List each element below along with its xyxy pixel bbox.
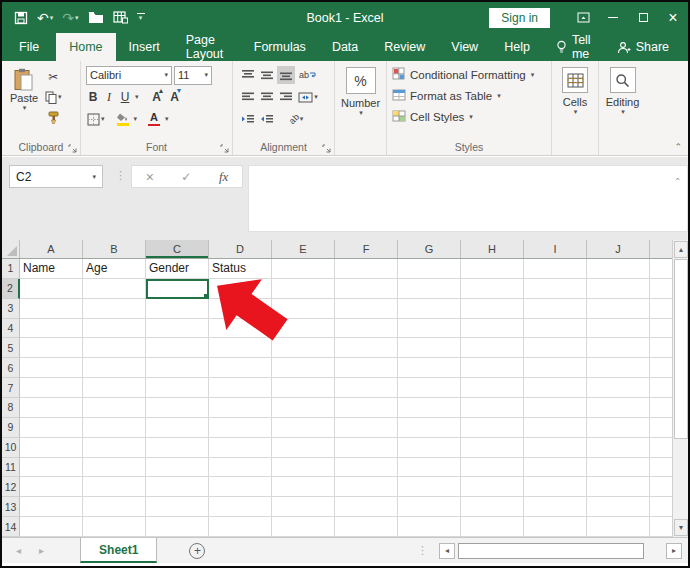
cell-partial-5[interactable] [650, 338, 674, 358]
cell-B11[interactable] [83, 458, 146, 478]
cell-E9[interactable] [272, 418, 335, 438]
tell-me-box[interactable]: Tell me [543, 33, 604, 61]
cell-J9[interactable] [587, 418, 650, 438]
cell-E6[interactable] [272, 358, 335, 378]
cell-I8[interactable] [524, 398, 587, 418]
cell-H11[interactable] [461, 458, 524, 478]
close-button[interactable]: × [658, 2, 688, 33]
cell-G1[interactable] [398, 259, 461, 279]
tab-view[interactable]: View [438, 33, 491, 61]
cell-E8[interactable] [272, 398, 335, 418]
decrease-indent-button[interactable] [239, 110, 257, 128]
cell-D14[interactable] [209, 517, 272, 537]
scroll-up-button[interactable]: ▴ [674, 241, 688, 258]
cell-C12[interactable] [146, 477, 209, 497]
format-painter-button[interactable] [44, 109, 63, 125]
cell-A10[interactable] [20, 438, 83, 458]
cell-I7[interactable] [524, 378, 587, 398]
cell-J2[interactable] [587, 279, 650, 299]
cell-G10[interactable] [398, 438, 461, 458]
cell-G7[interactable] [398, 378, 461, 398]
cell-G4[interactable] [398, 319, 461, 339]
tab-home[interactable]: Home [56, 33, 115, 61]
tab-insert[interactable]: Insert [116, 33, 173, 61]
cell-A4[interactable] [20, 319, 83, 339]
cell-C2[interactable] [146, 279, 209, 299]
cell-G3[interactable] [398, 299, 461, 319]
column-header-partial[interactable] [650, 240, 674, 258]
cell-C11[interactable] [146, 458, 209, 478]
row-header-11[interactable]: 11 [2, 458, 20, 478]
cell-H10[interactable] [461, 438, 524, 458]
cell-H13[interactable] [461, 497, 524, 517]
middle-align-button[interactable] [258, 66, 276, 84]
cell-A9[interactable] [20, 418, 83, 438]
horizontal-scrollbar[interactable]: ◂ ▸ [439, 543, 682, 559]
cell-J10[interactable] [587, 438, 650, 458]
cell-D7[interactable] [209, 378, 272, 398]
insert-function-button[interactable]: fx [219, 169, 228, 185]
open-button[interactable] [88, 11, 104, 24]
cell-D12[interactable] [209, 477, 272, 497]
cell-A2[interactable] [20, 279, 83, 299]
protect-workbook-button[interactable] [113, 11, 128, 24]
cell-J14[interactable] [587, 517, 650, 537]
cell-B3[interactable] [83, 299, 146, 319]
cell-B12[interactable] [83, 477, 146, 497]
cell-partial-11[interactable] [650, 458, 674, 478]
borders-button[interactable]: ▾ [86, 112, 106, 127]
cell-F1[interactable] [335, 259, 398, 279]
tab-page-layout[interactable]: Page Layout [173, 33, 241, 61]
column-header-A[interactable]: A [20, 240, 83, 258]
horizontal-scroll-thumb[interactable] [458, 543, 644, 559]
cell-C7[interactable] [146, 378, 209, 398]
cell-G2[interactable] [398, 279, 461, 299]
cell-G9[interactable] [398, 418, 461, 438]
customize-qat-button[interactable]: ▾ [137, 13, 145, 22]
cell-B6[interactable] [83, 358, 146, 378]
cell-partial-3[interactable] [650, 299, 674, 319]
new-sheet-button[interactable]: + [189, 543, 205, 559]
cell-F9[interactable] [335, 418, 398, 438]
align-right-button[interactable] [277, 88, 295, 106]
sign-in-button[interactable]: Sign in [489, 8, 550, 28]
scroll-right-button[interactable]: ▸ [666, 543, 682, 559]
orientation-button[interactable]: ab▾ [283, 110, 309, 128]
row-header-7[interactable]: 7 [2, 378, 20, 398]
column-header-B[interactable]: B [83, 240, 146, 258]
cell-I13[interactable] [524, 497, 587, 517]
cell-I11[interactable] [524, 458, 587, 478]
cell-H2[interactable] [461, 279, 524, 299]
cell-C1[interactable]: Gender [146, 259, 209, 279]
cell-G8[interactable] [398, 398, 461, 418]
cell-I5[interactable] [524, 338, 587, 358]
sheet-nav-left-button[interactable]: ◂ [16, 545, 21, 556]
column-header-C[interactable]: C [146, 240, 209, 258]
cell-C9[interactable] [146, 418, 209, 438]
cell-G14[interactable] [398, 517, 461, 537]
row-header-4[interactable]: 4 [2, 319, 20, 339]
cell-A6[interactable] [20, 358, 83, 378]
cell-E11[interactable] [272, 458, 335, 478]
cell-B7[interactable] [83, 378, 146, 398]
cell-J8[interactable] [587, 398, 650, 418]
cell-E13[interactable] [272, 497, 335, 517]
paste-button[interactable]: Paste ▾ [4, 64, 44, 140]
cell-D9[interactable] [209, 418, 272, 438]
cell-D11[interactable] [209, 458, 272, 478]
merge-center-button[interactable]: ▾ [296, 88, 320, 106]
cell-partial-9[interactable] [650, 418, 674, 438]
font-name-combo[interactable]: Calibri▾ [86, 66, 172, 85]
tab-formulas[interactable]: Formulas [241, 33, 319, 61]
cell-D8[interactable] [209, 398, 272, 418]
select-all-corner[interactable] [2, 240, 20, 258]
formula-input[interactable] [248, 165, 688, 232]
cell-J13[interactable] [587, 497, 650, 517]
row-header-2[interactable]: 2 [2, 279, 20, 299]
cell-B9[interactable] [83, 418, 146, 438]
scroll-down-button[interactable]: ▾ [674, 519, 688, 536]
font-color-button[interactable]: A [146, 111, 162, 127]
cell-E10[interactable] [272, 438, 335, 458]
cell-C8[interactable] [146, 398, 209, 418]
cell-B1[interactable]: Age [83, 259, 146, 279]
